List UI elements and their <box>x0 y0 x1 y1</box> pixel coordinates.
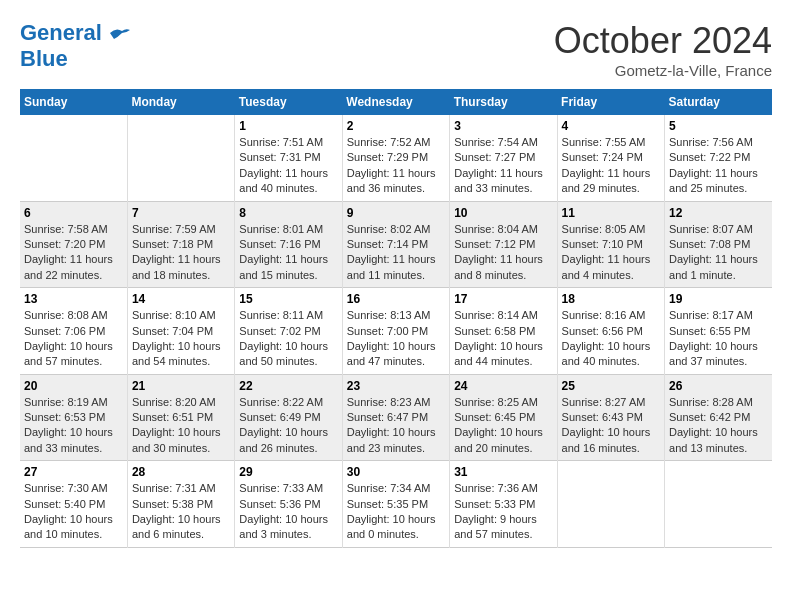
day-info: Sunrise: 8:25 AM Sunset: 6:45 PM Dayligh… <box>454 395 552 457</box>
day-info: Sunrise: 7:36 AM Sunset: 5:33 PM Dayligh… <box>454 481 552 543</box>
logo-blue-text: Blue <box>20 46 132 72</box>
day-info: Sunrise: 8:16 AM Sunset: 6:56 PM Dayligh… <box>562 308 660 370</box>
col-header-wednesday: Wednesday <box>342 89 449 115</box>
calendar-cell: 12Sunrise: 8:07 AM Sunset: 7:08 PM Dayli… <box>665 201 772 288</box>
day-number: 1 <box>239 119 337 133</box>
calendar-cell <box>127 115 234 201</box>
calendar-cell: 13Sunrise: 8:08 AM Sunset: 7:06 PM Dayli… <box>20 288 127 375</box>
day-number: 5 <box>669 119 768 133</box>
day-info: Sunrise: 8:27 AM Sunset: 6:43 PM Dayligh… <box>562 395 660 457</box>
day-info: Sunrise: 7:59 AM Sunset: 7:18 PM Dayligh… <box>132 222 230 284</box>
day-number: 13 <box>24 292 123 306</box>
col-header-saturday: Saturday <box>665 89 772 115</box>
day-number: 6 <box>24 206 123 220</box>
calendar-cell: 5Sunrise: 7:56 AM Sunset: 7:22 PM Daylig… <box>665 115 772 201</box>
calendar-cell: 25Sunrise: 8:27 AM Sunset: 6:43 PM Dayli… <box>557 374 664 461</box>
calendar-cell: 11Sunrise: 8:05 AM Sunset: 7:10 PM Dayli… <box>557 201 664 288</box>
logo: General Blue <box>20 20 132 73</box>
calendar-row-2: 13Sunrise: 8:08 AM Sunset: 7:06 PM Dayli… <box>20 288 772 375</box>
calendar-row-0: 1Sunrise: 7:51 AM Sunset: 7:31 PM Daylig… <box>20 115 772 201</box>
day-number: 21 <box>132 379 230 393</box>
day-number: 30 <box>347 465 445 479</box>
day-number: 12 <box>669 206 768 220</box>
day-number: 27 <box>24 465 123 479</box>
calendar-cell: 20Sunrise: 8:19 AM Sunset: 6:53 PM Dayli… <box>20 374 127 461</box>
day-info: Sunrise: 8:02 AM Sunset: 7:14 PM Dayligh… <box>347 222 445 284</box>
day-number: 20 <box>24 379 123 393</box>
calendar-row-4: 27Sunrise: 7:30 AM Sunset: 5:40 PM Dayli… <box>20 461 772 548</box>
day-number: 25 <box>562 379 660 393</box>
day-info: Sunrise: 8:08 AM Sunset: 7:06 PM Dayligh… <box>24 308 123 370</box>
location: Gometz-la-Ville, France <box>554 62 772 79</box>
calendar-cell: 17Sunrise: 8:14 AM Sunset: 6:58 PM Dayli… <box>450 288 557 375</box>
calendar-cell: 10Sunrise: 8:04 AM Sunset: 7:12 PM Dayli… <box>450 201 557 288</box>
calendar-cell: 2Sunrise: 7:52 AM Sunset: 7:29 PM Daylig… <box>342 115 449 201</box>
col-header-tuesday: Tuesday <box>235 89 342 115</box>
day-info: Sunrise: 8:01 AM Sunset: 7:16 PM Dayligh… <box>239 222 337 284</box>
day-info: Sunrise: 7:58 AM Sunset: 7:20 PM Dayligh… <box>24 222 123 284</box>
month-title: October 2024 <box>554 20 772 62</box>
calendar-row-1: 6Sunrise: 7:58 AM Sunset: 7:20 PM Daylig… <box>20 201 772 288</box>
day-number: 7 <box>132 206 230 220</box>
calendar-cell: 6Sunrise: 7:58 AM Sunset: 7:20 PM Daylig… <box>20 201 127 288</box>
day-info: Sunrise: 8:19 AM Sunset: 6:53 PM Dayligh… <box>24 395 123 457</box>
day-info: Sunrise: 8:20 AM Sunset: 6:51 PM Dayligh… <box>132 395 230 457</box>
calendar-row-3: 20Sunrise: 8:19 AM Sunset: 6:53 PM Dayli… <box>20 374 772 461</box>
day-number: 17 <box>454 292 552 306</box>
calendar-cell: 24Sunrise: 8:25 AM Sunset: 6:45 PM Dayli… <box>450 374 557 461</box>
day-info: Sunrise: 8:05 AM Sunset: 7:10 PM Dayligh… <box>562 222 660 284</box>
day-number: 22 <box>239 379 337 393</box>
day-info: Sunrise: 8:07 AM Sunset: 7:08 PM Dayligh… <box>669 222 768 284</box>
col-header-friday: Friday <box>557 89 664 115</box>
day-info: Sunrise: 8:10 AM Sunset: 7:04 PM Dayligh… <box>132 308 230 370</box>
day-info: Sunrise: 7:31 AM Sunset: 5:38 PM Dayligh… <box>132 481 230 543</box>
col-header-monday: Monday <box>127 89 234 115</box>
calendar-cell <box>20 115 127 201</box>
calendar-cell: 3Sunrise: 7:54 AM Sunset: 7:27 PM Daylig… <box>450 115 557 201</box>
day-info: Sunrise: 8:28 AM Sunset: 6:42 PM Dayligh… <box>669 395 768 457</box>
day-number: 3 <box>454 119 552 133</box>
day-number: 29 <box>239 465 337 479</box>
day-number: 18 <box>562 292 660 306</box>
day-number: 31 <box>454 465 552 479</box>
day-number: 28 <box>132 465 230 479</box>
calendar-cell: 23Sunrise: 8:23 AM Sunset: 6:47 PM Dayli… <box>342 374 449 461</box>
day-info: Sunrise: 7:30 AM Sunset: 5:40 PM Dayligh… <box>24 481 123 543</box>
calendar-cell: 21Sunrise: 8:20 AM Sunset: 6:51 PM Dayli… <box>127 374 234 461</box>
day-info: Sunrise: 7:56 AM Sunset: 7:22 PM Dayligh… <box>669 135 768 197</box>
calendar-cell: 15Sunrise: 8:11 AM Sunset: 7:02 PM Dayli… <box>235 288 342 375</box>
calendar-cell: 31Sunrise: 7:36 AM Sunset: 5:33 PM Dayli… <box>450 461 557 548</box>
day-number: 11 <box>562 206 660 220</box>
calendar-cell: 4Sunrise: 7:55 AM Sunset: 7:24 PM Daylig… <box>557 115 664 201</box>
column-headers: SundayMondayTuesdayWednesdayThursdayFrid… <box>20 89 772 115</box>
calendar-cell: 14Sunrise: 8:10 AM Sunset: 7:04 PM Dayli… <box>127 288 234 375</box>
day-info: Sunrise: 7:52 AM Sunset: 7:29 PM Dayligh… <box>347 135 445 197</box>
day-number: 4 <box>562 119 660 133</box>
calendar-cell: 27Sunrise: 7:30 AM Sunset: 5:40 PM Dayli… <box>20 461 127 548</box>
calendar-cell: 30Sunrise: 7:34 AM Sunset: 5:35 PM Dayli… <box>342 461 449 548</box>
day-number: 2 <box>347 119 445 133</box>
day-info: Sunrise: 7:33 AM Sunset: 5:36 PM Dayligh… <box>239 481 337 543</box>
col-header-thursday: Thursday <box>450 89 557 115</box>
day-number: 23 <box>347 379 445 393</box>
calendar-table: SundayMondayTuesdayWednesdayThursdayFrid… <box>20 89 772 548</box>
page-header: General Blue October 2024 Gometz-la-Vill… <box>20 20 772 79</box>
day-number: 14 <box>132 292 230 306</box>
calendar-cell: 29Sunrise: 7:33 AM Sunset: 5:36 PM Dayli… <box>235 461 342 548</box>
day-info: Sunrise: 8:17 AM Sunset: 6:55 PM Dayligh… <box>669 308 768 370</box>
calendar-cell: 18Sunrise: 8:16 AM Sunset: 6:56 PM Dayli… <box>557 288 664 375</box>
day-number: 9 <box>347 206 445 220</box>
calendar-cell: 16Sunrise: 8:13 AM Sunset: 7:00 PM Dayli… <box>342 288 449 375</box>
day-info: Sunrise: 7:55 AM Sunset: 7:24 PM Dayligh… <box>562 135 660 197</box>
day-info: Sunrise: 8:13 AM Sunset: 7:00 PM Dayligh… <box>347 308 445 370</box>
day-number: 10 <box>454 206 552 220</box>
day-info: Sunrise: 8:14 AM Sunset: 6:58 PM Dayligh… <box>454 308 552 370</box>
calendar-cell <box>557 461 664 548</box>
day-number: 16 <box>347 292 445 306</box>
calendar-cell: 26Sunrise: 8:28 AM Sunset: 6:42 PM Dayli… <box>665 374 772 461</box>
day-info: Sunrise: 8:04 AM Sunset: 7:12 PM Dayligh… <box>454 222 552 284</box>
day-info: Sunrise: 7:34 AM Sunset: 5:35 PM Dayligh… <box>347 481 445 543</box>
calendar-cell: 9Sunrise: 8:02 AM Sunset: 7:14 PM Daylig… <box>342 201 449 288</box>
logo-text: General <box>20 20 132 46</box>
logo-bird-icon <box>108 25 132 43</box>
